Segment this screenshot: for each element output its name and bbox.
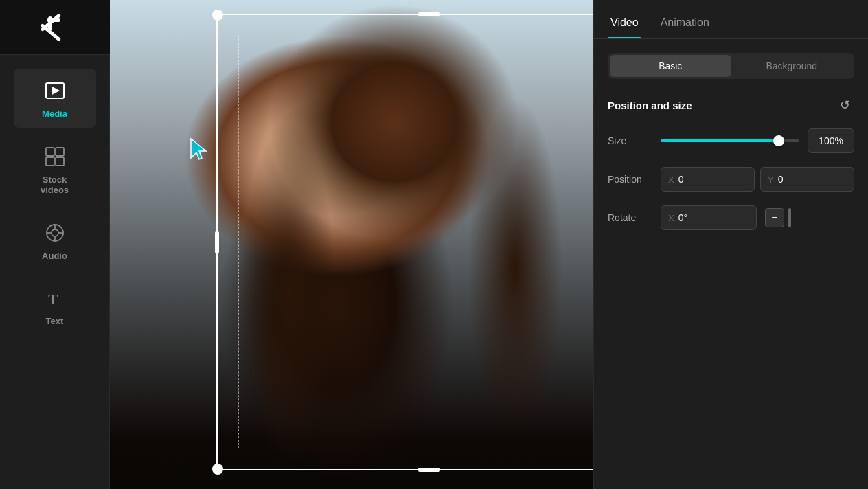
- size-slider-thumb[interactable]: [773, 135, 784, 146]
- rotate-label: Rotate: [608, 212, 652, 223]
- svg-rect-3: [47, 18, 60, 22]
- svg-point-11: [52, 229, 58, 236]
- sidebar-item-audio[interactable]: Audio: [14, 211, 96, 270]
- sub-tabs: Basic Background: [608, 53, 854, 79]
- text-icon: T: [41, 284, 69, 312]
- size-control-row: Size 100%: [608, 128, 854, 153]
- rotate-x-value: 0°: [678, 212, 687, 223]
- position-y-value: 0: [778, 174, 784, 185]
- rotate-x-input[interactable]: X 0°: [661, 205, 757, 230]
- sidebar-item-label-media: Media: [42, 109, 67, 120]
- svg-marker-5: [52, 87, 60, 95]
- panel-tabs: Video Animation: [594, 0, 868, 39]
- rotate-stepper-minus[interactable]: −: [765, 208, 784, 227]
- canvas-area: [110, 0, 593, 489]
- tab-video[interactable]: Video: [608, 11, 641, 38]
- reset-button[interactable]: ↺: [835, 95, 854, 115]
- tab-animation[interactable]: Animation: [658, 11, 712, 38]
- position-control-row: Position X 0 Y 0: [608, 167, 854, 192]
- rotate-stepper-divider: [788, 208, 791, 227]
- capcut-logo-icon: [38, 11, 71, 44]
- rotate-control-row: Rotate X 0° −: [608, 205, 854, 230]
- rotate-stepper: −: [765, 208, 791, 227]
- svg-rect-7: [56, 148, 64, 156]
- position-y-input[interactable]: Y 0: [760, 167, 854, 192]
- svg-rect-8: [46, 157, 54, 166]
- section-position-size: Position and size ↺: [608, 95, 854, 115]
- section-title: Position and size: [608, 100, 692, 111]
- size-label: Size: [608, 135, 652, 146]
- position-x-label: X: [668, 174, 674, 185]
- sub-tab-basic[interactable]: Basic: [610, 55, 731, 77]
- position-x-value: 0: [678, 174, 684, 185]
- size-value: 100%: [808, 128, 854, 153]
- sidebar-nav: Media Stockvideos: [0, 55, 109, 335]
- sidebar-item-stock-videos[interactable]: Stockvideos: [14, 135, 96, 204]
- stock-videos-icon: [41, 143, 69, 170]
- panel-content: Basic Background Position and size ↺ Siz…: [594, 39, 868, 489]
- svg-rect-9: [56, 157, 64, 166]
- position-label: Position: [608, 174, 652, 185]
- position-y-label: Y: [768, 174, 774, 185]
- sidebar-item-media[interactable]: Media: [14, 69, 96, 128]
- media-icon: [41, 77, 69, 104]
- rotate-x-label: X: [668, 213, 674, 223]
- svg-rect-6: [46, 148, 54, 156]
- svg-text:T: T: [48, 291, 58, 308]
- sub-tab-background[interactable]: Background: [731, 55, 853, 77]
- right-panel: Video Animation Basic Background Positio…: [593, 0, 868, 489]
- audio-icon: [41, 219, 69, 247]
- canvas-person-image: [110, 0, 593, 489]
- size-slider[interactable]: [661, 139, 799, 142]
- sidebar: Media Stockvideos: [0, 0, 110, 489]
- size-slider-track[interactable]: [661, 139, 799, 142]
- sidebar-item-text[interactable]: T Text: [14, 276, 96, 335]
- sidebar-item-label-text: Text: [46, 316, 64, 327]
- position-x-input[interactable]: X 0: [661, 167, 755, 192]
- app-logo: [0, 0, 110, 55]
- sidebar-item-label-stock: Stockvideos: [41, 174, 69, 196]
- position-inputs: X 0 Y 0: [661, 167, 854, 192]
- size-slider-fill: [661, 139, 779, 142]
- sidebar-item-label-audio: Audio: [42, 251, 67, 262]
